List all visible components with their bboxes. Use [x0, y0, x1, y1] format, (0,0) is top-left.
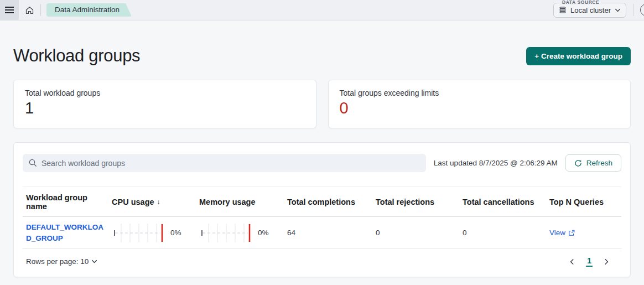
breadcrumb[interactable]: Data Administration	[46, 3, 132, 17]
menu-button[interactable]	[0, 0, 19, 20]
stat-value: 1	[25, 100, 305, 117]
table-footer: Rows per page: 10 1	[23, 249, 621, 270]
topbar-divider	[40, 4, 41, 16]
page-title: Workload groups	[13, 46, 140, 66]
total-groups-exceeding-limits-card: Total groups exceeding limits 0	[328, 80, 631, 128]
view-top-n-queries-link[interactable]: View	[549, 229, 575, 237]
memory-usage-value: 0%	[258, 229, 269, 237]
external-link-icon	[568, 230, 575, 236]
refresh-label: Refresh	[586, 159, 612, 167]
column-header-cpu-usage[interactable]: CPU usage ↓	[112, 191, 199, 212]
column-header-total-completions[interactable]: Total completions	[287, 191, 376, 212]
search-input[interactable]	[23, 154, 426, 172]
workload-group-link[interactable]: DEFAULT_WORKLOAD_GROUP	[26, 222, 107, 243]
help-icon[interactable]	[640, 4, 644, 16]
column-header-total-cancellations[interactable]: Total cancellations	[463, 191, 549, 212]
top-n-queries-cell: View	[549, 224, 618, 241]
pagination: 1	[568, 256, 610, 267]
total-rejections-cell: 0	[376, 224, 463, 241]
hamburger-icon	[5, 6, 14, 14]
refresh-button[interactable]: Refresh	[565, 154, 621, 172]
cpu-usage-gauge	[112, 224, 165, 242]
refresh-icon	[574, 159, 582, 167]
table-toolbar: Last updated 8/7/2025 @ 2:06:29 AM Refre…	[23, 154, 621, 172]
stat-cards-row: Total workload groups 1 Total groups exc…	[13, 80, 631, 128]
next-page-button[interactable]	[603, 258, 610, 266]
page-header: Workload groups + Create workload group	[13, 46, 631, 66]
column-header-total-rejections[interactable]: Total rejections	[376, 191, 463, 212]
chevron-down-icon	[91, 258, 97, 265]
chevron-left-icon	[568, 258, 576, 266]
total-workload-groups-card: Total workload groups 1	[13, 80, 316, 128]
main-content: Workload groups + Create workload group …	[0, 46, 644, 277]
topbar-divider	[633, 4, 633, 16]
column-header-workload-group-name[interactable]: Workload group name	[26, 187, 112, 216]
table-header-row: Workload group name CPU usage ↓ Memory u…	[23, 186, 621, 217]
last-updated-text: Last updated 8/7/2025 @ 2:06:29 AM	[434, 159, 558, 167]
memory-usage-cell: 0%	[199, 219, 287, 247]
data-source-selector[interactable]: DATA SOURCE Local cluster	[553, 3, 626, 18]
top-navigation-bar: Data Administration DATA SOURCE Local cl…	[0, 0, 644, 20]
search-field-wrapper	[23, 154, 426, 172]
topbar-right-group: DATA SOURCE Local cluster	[553, 3, 644, 18]
search-icon	[28, 158, 38, 168]
data-source-label: DATA SOURCE	[559, 0, 602, 5]
sort-desc-icon: ↓	[157, 198, 160, 206]
chevron-down-icon	[615, 7, 621, 13]
memory-usage-gauge	[199, 224, 252, 242]
stat-label: Total groups exceeding limits	[340, 89, 620, 97]
column-header-top-n-queries[interactable]: Top N Queries	[549, 191, 618, 212]
total-cancellations-cell: 0	[463, 224, 549, 241]
workload-groups-panel: Last updated 8/7/2025 @ 2:06:29 AM Refre…	[13, 142, 631, 277]
chevron-right-icon	[603, 258, 610, 266]
total-completions-cell: 64	[287, 224, 376, 241]
cpu-usage-cell: 0%	[112, 219, 199, 247]
workload-group-name-cell: DEFAULT_WORKLOAD_GROUP	[26, 217, 112, 248]
rows-per-page-button[interactable]: Rows per page: 10	[26, 257, 97, 266]
data-source-value: Local cluster	[570, 6, 611, 14]
workload-groups-table: Workload group name CPU usage ↓ Memory u…	[23, 186, 621, 270]
column-header-memory-usage[interactable]: Memory usage	[199, 191, 287, 212]
stat-value: 0	[340, 100, 620, 117]
page-number-1[interactable]: 1	[586, 256, 593, 267]
table-row: DEFAULT_WORKLOAD_GROUP 0%	[23, 217, 621, 249]
stat-label: Total workload groups	[25, 89, 305, 97]
cpu-usage-value: 0%	[170, 229, 181, 237]
previous-page-button[interactable]	[568, 258, 576, 266]
create-workload-group-button[interactable]: + Create workload group	[526, 47, 631, 65]
home-button[interactable]	[25, 6, 34, 15]
database-icon	[559, 6, 567, 14]
home-icon	[25, 6, 34, 15]
